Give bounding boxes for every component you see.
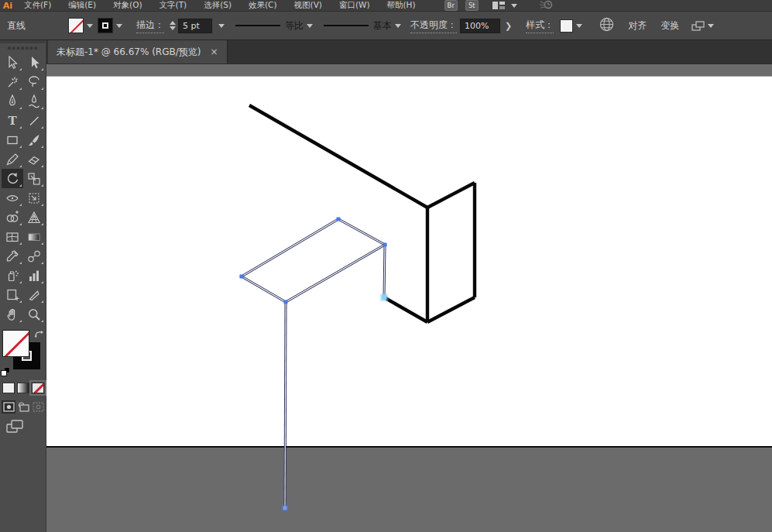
- stroke-weight-stepper[interactable]: [170, 21, 176, 30]
- width-icon: [5, 191, 19, 205]
- swap-fill-stroke-icon[interactable]: [34, 330, 43, 340]
- menu-item-0[interactable]: 文件(F): [15, 0, 60, 11]
- stroke-panel-link[interactable]: 描边：: [136, 19, 164, 33]
- path-segment-1[interactable]: [427, 183, 475, 208]
- tool-type[interactable]: T: [2, 111, 23, 130]
- opacity-input[interactable]: 100%: [460, 19, 500, 33]
- launch-icon[interactable]: [539, 0, 553, 11]
- stroke-color-dropdown[interactable]: [98, 18, 122, 33]
- menu-item-4[interactable]: 选择(S): [195, 0, 240, 11]
- menu-item-1[interactable]: 编辑(E): [60, 0, 105, 11]
- tool-direct-selection[interactable]: [23, 53, 45, 72]
- anchor-point-2[interactable]: [240, 275, 244, 279]
- magic-wand-icon: [5, 75, 19, 89]
- tool-slice[interactable]: [23, 285, 45, 304]
- stock-button[interactable]: St: [465, 0, 479, 11]
- tool-magic-wand[interactable]: [2, 72, 23, 91]
- selected-path-parallelogram[interactable]: [242, 219, 385, 302]
- panel-options-button[interactable]: [691, 21, 714, 31]
- document-tab[interactable]: 未标题-1* @ 66.67% (RGB/预览) ×: [48, 40, 228, 63]
- bridge-button[interactable]: Br: [444, 0, 458, 11]
- path-segment-4[interactable]: [427, 297, 475, 322]
- transform-button[interactable]: 变换: [660, 19, 679, 33]
- chevron-down-icon: [576, 24, 582, 28]
- tool-pencil[interactable]: [2, 149, 23, 169]
- tool-mesh[interactable]: [2, 227, 23, 246]
- none-button[interactable]: [32, 383, 44, 393]
- slice-icon: [27, 288, 41, 302]
- workspace-switcher[interactable]: [492, 2, 517, 9]
- draw-behind-button[interactable]: [16, 400, 30, 414]
- eraser-icon: [27, 153, 41, 166]
- current-tool-label: 直线: [0, 19, 68, 33]
- tool-hand[interactable]: [2, 304, 23, 324]
- tool-paintbrush[interactable]: [23, 130, 45, 149]
- menu-item-7[interactable]: 窗口(W): [331, 0, 379, 11]
- tool-line-segment[interactable]: [23, 111, 45, 130]
- type-icon: T: [5, 114, 19, 128]
- draw-inside-button[interactable]: [32, 400, 46, 414]
- direct-selection-icon: [27, 56, 41, 70]
- menu-item-3[interactable]: 文字(T): [151, 0, 196, 11]
- stroke-weight-input[interactable]: 5 pt: [178, 19, 212, 33]
- close-tab-icon[interactable]: ×: [210, 46, 218, 57]
- menu-item-6[interactable]: 视图(V): [286, 0, 331, 11]
- tool-rectangle[interactable]: [2, 130, 23, 149]
- anchor-point-1[interactable]: [383, 243, 387, 247]
- menu-item-5[interactable]: 效果(C): [240, 0, 286, 11]
- tool-curvature[interactable]: [23, 91, 45, 111]
- tool-free-transform[interactable]: [23, 188, 45, 208]
- stroke-weight-dropdown-icon[interactable]: [218, 24, 225, 28]
- tool-gradient[interactable]: [23, 227, 45, 246]
- tool-rotate[interactable]: [2, 169, 23, 188]
- color-button[interactable]: [2, 383, 15, 393]
- gradient-button[interactable]: [17, 383, 29, 393]
- draw-normal-button[interactable]: [2, 400, 15, 414]
- anchor-point-5[interactable]: [283, 506, 287, 510]
- tool-eraser[interactable]: [23, 149, 45, 169]
- mesh-icon: [5, 230, 19, 244]
- tool-blend[interactable]: [23, 246, 45, 266]
- selection-icon: [5, 56, 19, 70]
- tool-column-graph[interactable]: [23, 266, 45, 285]
- tool-perspective-grid[interactable]: [23, 208, 45, 227]
- opacity-more-arrow[interactable]: ❯: [505, 21, 512, 31]
- width-profile-dropdown[interactable]: 等比: [235, 19, 313, 33]
- panel-grip[interactable]: ▪▪▪▪▪▪▪: [0, 43, 46, 53]
- tool-selection[interactable]: [2, 53, 23, 72]
- anchor-point-3[interactable]: [284, 300, 288, 304]
- stroke-black-swatch[interactable]: [98, 18, 113, 33]
- artwork-layer[interactable]: [46, 64, 772, 532]
- tool-shape-builder[interactable]: [2, 208, 23, 227]
- tool-pen[interactable]: [2, 91, 23, 111]
- style-swatch[interactable]: [560, 19, 573, 33]
- pencil-icon: [5, 153, 19, 166]
- tool-width[interactable]: [2, 188, 23, 208]
- menu-item-8[interactable]: 帮助(H): [379, 0, 424, 11]
- style-panel-link[interactable]: 样式：: [526, 19, 554, 33]
- document-setup-icon[interactable]: [599, 17, 614, 34]
- path-segment-5[interactable]: [384, 297, 427, 322]
- opacity-panel-link[interactable]: 不透明度：: [410, 19, 457, 33]
- fill-proxy-none[interactable]: [2, 330, 29, 357]
- default-fill-stroke-icon[interactable]: [1, 367, 10, 376]
- menu-item-2[interactable]: 对象(O): [105, 0, 150, 11]
- tool-scale[interactable]: [23, 169, 45, 188]
- fill-none-swatch[interactable]: [68, 18, 84, 33]
- brush-preview-line: [324, 25, 369, 26]
- tool-symbol-sprayer[interactable]: [2, 266, 23, 285]
- anchor-point-0[interactable]: [337, 218, 341, 221]
- shape-builder-icon: [5, 211, 19, 225]
- brush-definition-dropdown[interactable]: 基本: [324, 19, 401, 33]
- screen-mode-button[interactable]: [0, 414, 46, 436]
- tool-zoom[interactable]: [23, 304, 45, 324]
- path-segment-0[interactable]: [249, 105, 427, 208]
- fill-color-dropdown[interactable]: [68, 18, 93, 33]
- anchor-point-4[interactable]: [382, 295, 387, 300]
- tool-artboard-tool[interactable]: [2, 285, 23, 304]
- pen-icon: [5, 94, 19, 108]
- canvas-viewport[interactable]: [46, 63, 772, 532]
- tool-eyedropper[interactable]: [2, 246, 23, 266]
- tool-lasso[interactable]: [23, 72, 45, 91]
- align-button[interactable]: 对齐: [628, 19, 647, 33]
